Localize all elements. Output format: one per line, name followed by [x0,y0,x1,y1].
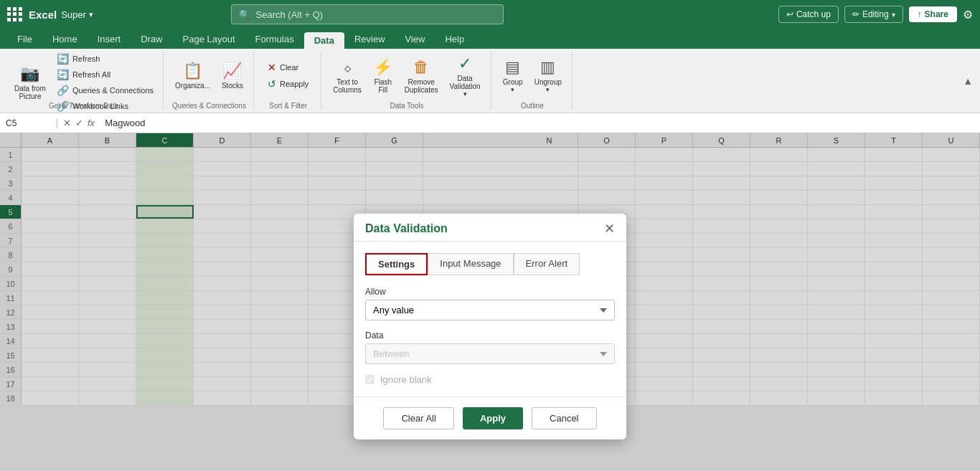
tab-view[interactable]: View [395,31,435,49]
modal-title: Data Validation [365,222,448,235]
ribbon-collapse-icon[interactable]: ▲ [963,75,973,87]
share-button[interactable]: ↑ Share [909,6,957,22]
modal-footer: Clear All Apply Cancel [354,396,626,439]
tab-data[interactable]: Data [304,32,344,49]
data-label: Data [365,330,615,341]
account-arrow[interactable]: ▾ [89,10,93,19]
ribbon-tabs: File Home Insert Draw Page Layout Formul… [0,29,980,49]
modal-tab-error-alert[interactable]: Error Alert [514,253,580,275]
get-transform-label: Get & Transform Data [4,102,163,110]
stocks-button[interactable]: 📈 Stocks [217,59,248,92]
ungroup-button[interactable]: ▥ Ungroup ▾ [530,55,566,96]
refresh-all-button[interactable]: 🔄 Refresh All [53,67,157,82]
spreadsheet-container: A B C D E F G N O P Q R S T U 1234567891… [0,133,980,471]
ignore-blank-checkbox[interactable] [365,375,374,384]
main-content: A B C D E F G N O P Q R S T U 1234567891… [0,133,980,471]
sort-filter-label: Sort & Filter [255,102,321,110]
modal-tabs: Settings Input Message Error Alert [365,253,615,275]
ignore-blank-row: Ignore blank [365,374,615,385]
modal-header: Data Validation ✕ [354,214,626,242]
formula-input[interactable]: Magwood [100,118,980,128]
clear-icon: ✕ [268,62,276,73]
data-from-picture-icon: 📷 [20,65,39,83]
right-actions: ↩ Catch up ✏ Editing ▾ ↑ Share ⚙ [778,6,973,23]
tab-file[interactable]: File [7,31,42,49]
ribbon-group-sort-filter: ✕ Clear ↺ Reapply Sort & Filter [255,52,321,110]
remove-duplicates-icon: 🗑 [413,58,429,77]
search-icon: 🔍 [239,9,250,20]
data-validation-button[interactable]: ✓ Data Validation ▾ [446,52,485,100]
tab-page-layout[interactable]: Page Layout [173,31,245,49]
remove-duplicates-button[interactable]: 🗑 Remove Duplicates [400,55,443,97]
ungroup-chevron: ▾ [546,86,550,93]
editing-button[interactable]: ✏ Editing ▾ [844,6,903,23]
tab-help[interactable]: Help [435,31,474,49]
catch-up-icon: ↩ [786,9,793,19]
clear-button[interactable]: ✕ Clear [264,60,312,75]
share-icon: ↑ [918,9,922,19]
ribbon-group-get-transform: 📷 Data from Picture 🔄 Refresh 🔄 Refresh … [4,52,164,110]
account-name: Super [61,9,86,20]
tab-insert[interactable]: Insert [88,31,131,49]
outline-label: Outline [493,102,572,110]
data-group: Data Between [365,330,615,364]
data-from-picture-button[interactable]: 📷 Data from Picture [10,62,50,103]
flash-fill-button[interactable]: ⚡ Flash Fill [369,55,397,97]
modal-body: Settings Input Message Error Alert Allow… [354,242,626,396]
modal-tab-settings[interactable]: Settings [365,253,428,275]
editing-chevron: ▾ [892,11,895,19]
search-placeholder: Search (Alt + Q) [256,9,324,20]
allow-select[interactable]: Any value Whole number Decimal List Date… [365,300,615,320]
ribbon-group-queries: 📋 Organiza... 📈 Stocks Queries & Connect… [165,52,254,110]
apply-button[interactable]: Apply [463,407,523,429]
refresh-icon: 🔄 [57,53,69,65]
data-validation-icon: ✓ [458,54,471,73]
flash-fill-icon: ⚡ [373,58,392,77]
tab-home[interactable]: Home [42,31,88,49]
refresh-button[interactable]: 🔄 Refresh [53,52,157,66]
search-bar[interactable]: 🔍 Search (Alt + Q) [231,4,504,24]
ignore-blank-label: Ignore blank [380,374,432,385]
text-to-columns-icon: ⬦ [343,58,352,77]
pencil-icon: ✏ [852,9,859,19]
settings-icon[interactable]: ⚙ [963,8,973,22]
catch-up-button[interactable]: ↩ Catch up [778,6,839,23]
data-validation-modal: Data Validation ✕ Settings Input Message… [354,214,626,439]
clear-all-button[interactable]: Clear All [383,407,453,429]
allow-label: Allow [365,287,615,297]
modal-tab-input-message[interactable]: Input Message [428,253,513,275]
group-chevron: ▾ [511,86,514,93]
tab-draw[interactable]: Draw [131,31,172,49]
reapply-icon: ↺ [268,78,276,90]
queries-connections-icon: 🔗 [57,85,69,96]
stocks-icon: 📈 [222,62,242,80]
title-bar: Excel Super ▾ 🔍 Search (Alt + Q) ↩ Catch… [0,0,980,29]
app-name: Excel [29,9,57,21]
group-button[interactable]: ▤ Group ▾ [499,55,527,96]
modal-overlay: Data Validation ✕ Settings Input Message… [0,133,980,471]
queries-label: Queries & Connections [165,102,253,110]
tab-formulas[interactable]: Formulas [245,31,304,49]
data-validation-chevron: ▾ [463,90,467,97]
queries-connections-button[interactable]: 🔗 Queries & Connections [53,83,157,97]
data-select[interactable]: Between [365,343,615,364]
ribbon-group-data-tools: ⬦ Text to Columns ⚡ Flash Fill 🗑 Remove … [323,52,491,110]
allow-group: Allow Any value Whole number Decimal Lis… [365,287,615,320]
reapply-button[interactable]: ↺ Reapply [264,77,312,91]
ungroup-icon: ▥ [540,58,555,77]
text-to-columns-button[interactable]: ⬦ Text to Columns [329,55,365,97]
ribbon-group-outline: ▤ Group ▾ ▥ Ungroup ▾ Outline [493,52,573,110]
organiza-icon: 📋 [183,62,202,80]
refresh-all-icon: 🔄 [57,69,69,80]
modal-close-button[interactable]: ✕ [604,222,615,235]
group-icon: ▤ [505,58,520,77]
organiza-button[interactable]: 📋 Organiza... [171,59,215,92]
waffle-icon[interactable] [7,7,22,22]
ribbon: 📷 Data from Picture 🔄 Refresh 🔄 Refresh … [0,49,980,113]
cancel-button[interactable]: Cancel [532,407,596,429]
data-tools-label: Data Tools [323,102,490,110]
tab-review[interactable]: Review [344,31,395,49]
